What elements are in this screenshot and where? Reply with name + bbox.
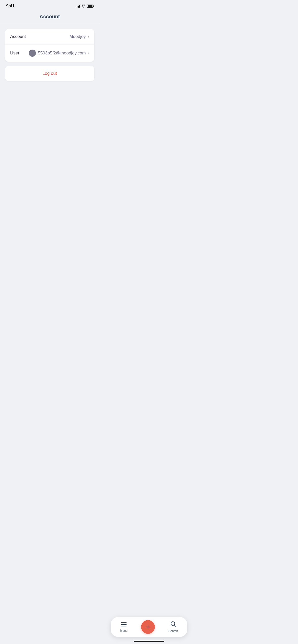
battery-icon [87, 5, 93, 8]
user-label: User [10, 51, 19, 56]
user-chevron-icon: › [88, 51, 89, 55]
content-area: Account Moodjoy › User 5503b5f2@moodjoy.… [0, 24, 99, 215]
user-value-group: 5503b5f2@moodjoy.com › [29, 50, 89, 57]
wifi-icon [81, 5, 85, 8]
logout-button[interactable]: Log out [5, 66, 94, 81]
account-card: Account Moodjoy › User 5503b5f2@moodjoy.… [5, 29, 94, 62]
account-value-group: Moodjoy › [69, 34, 89, 39]
logout-card: Log out [5, 66, 94, 81]
user-avatar [29, 50, 36, 57]
status-icons [76, 5, 93, 8]
account-row[interactable]: Account Moodjoy › [5, 29, 94, 45]
signal-icon [76, 5, 80, 8]
status-bar: 9:41 [0, 0, 99, 11]
user-row[interactable]: User 5503b5f2@moodjoy.com › [5, 45, 94, 62]
user-email: 5503b5f2@moodjoy.com [38, 51, 86, 56]
account-value: Moodjoy [69, 34, 86, 39]
page-title: Account [0, 11, 99, 24]
chevron-icon: › [88, 34, 89, 39]
status-time: 9:41 [6, 4, 15, 9]
account-label: Account [10, 34, 26, 39]
